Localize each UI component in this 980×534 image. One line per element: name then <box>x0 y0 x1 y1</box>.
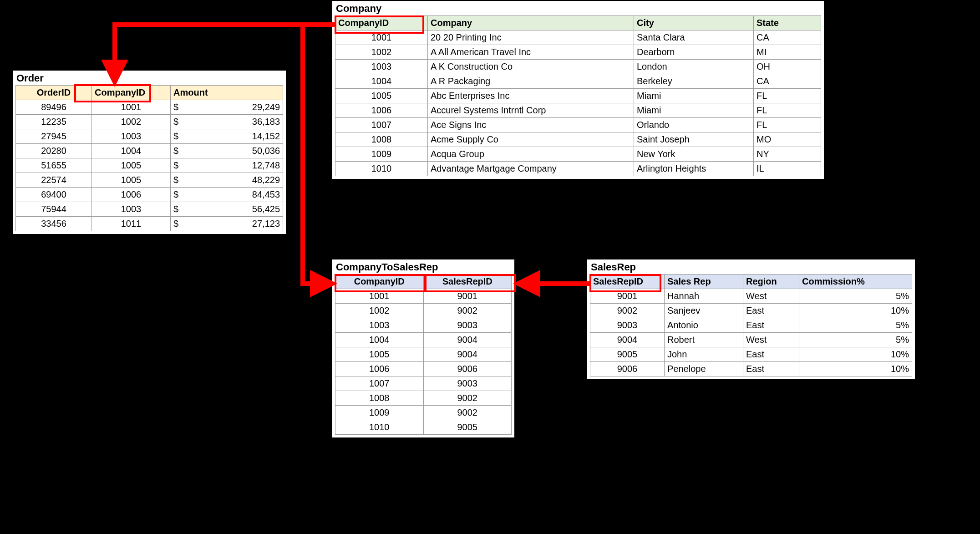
table-cell: 1006 <box>335 103 428 118</box>
table-row: 1006Accurel Systems Intrntl CorpMiamiFL <box>335 103 821 118</box>
table-cell: 1002 <box>92 115 171 129</box>
table-row: 10099002 <box>335 406 512 420</box>
table-cell: West <box>743 289 799 304</box>
salesrep-col-name: Sales Rep <box>665 275 743 289</box>
table-cell: $84,453 <box>171 188 283 202</box>
table-row: 9001HannahWest5% <box>590 289 912 304</box>
salesrep-col-commission: Commission% <box>799 275 912 289</box>
table-cell: Acme Supply Co <box>428 132 634 147</box>
company-table-card: Company CompanyID Company City State 100… <box>332 1 824 179</box>
table-cell: Arlington Heights <box>634 162 754 176</box>
table-row: 1009Acqua GroupNew YorkNY <box>335 147 821 162</box>
table-cell: OH <box>754 60 821 74</box>
company-col-companyid: CompanyID <box>335 16 428 31</box>
table-cell: 89496 <box>16 100 92 115</box>
table-cell: Orlando <box>634 118 754 132</box>
table-row: 10079003 <box>335 376 512 391</box>
table-cell: 33456 <box>16 217 92 231</box>
table-cell: 9004 <box>590 333 665 347</box>
table-cell: 27945 <box>16 129 92 144</box>
table-cell: 1007 <box>335 118 428 132</box>
table-cell: Robert <box>665 333 743 347</box>
table-row: 516551005$12,748 <box>16 158 283 173</box>
table-cell: 9002 <box>423 391 512 406</box>
table-cell: $48,229 <box>171 173 283 188</box>
table-cell: Ace Signs Inc <box>428 118 634 132</box>
table-cell: 1004 <box>335 74 428 89</box>
table-cell: 69400 <box>16 188 92 202</box>
table-cell: CA <box>754 31 821 45</box>
table-cell: 9005 <box>423 420 512 435</box>
table-cell: 1001 <box>335 289 424 304</box>
table-cell: 20 20 Printing Inc <box>428 31 634 45</box>
table-cell: Miami <box>634 89 754 103</box>
table-cell: 1006 <box>335 362 424 376</box>
table-cell: 1005 <box>92 173 171 188</box>
table-cell: Saint Joseph <box>634 132 754 147</box>
table-cell: 9002 <box>423 406 512 420</box>
table-cell: Hannah <box>665 289 743 304</box>
order-col-companyid: CompanyID <box>92 86 171 100</box>
table-cell: 1004 <box>92 144 171 158</box>
table-cell: 9003 <box>423 318 512 333</box>
table-cell: NY <box>754 147 821 162</box>
table-cell: 1006 <box>92 188 171 202</box>
c2s-table: CompanyID SalesRepID 1001900110029002100… <box>335 274 512 435</box>
table-row: 122351002$36,183 <box>16 115 283 129</box>
company-table: CompanyID Company City State 100120 20 P… <box>335 15 821 176</box>
table-row: 1007Ace Signs IncOrlandoFL <box>335 118 821 132</box>
table-cell: 51655 <box>16 158 92 173</box>
table-cell: 5% <box>799 333 912 347</box>
table-cell: 5% <box>799 289 912 304</box>
table-row: 759441003$56,425 <box>16 202 283 217</box>
table-cell: 12235 <box>16 115 92 129</box>
table-cell: 1002 <box>335 304 424 318</box>
table-cell: Miami <box>634 103 754 118</box>
table-cell: $56,425 <box>171 202 283 217</box>
table-cell: 1001 <box>92 100 171 115</box>
table-cell: 1010 <box>335 420 424 435</box>
table-cell: 9005 <box>590 347 665 362</box>
table-cell: FL <box>754 103 821 118</box>
table-row: 10059004 <box>335 347 512 362</box>
table-cell: 1003 <box>92 202 171 217</box>
table-row: 10069006 <box>335 362 512 376</box>
table-row: 202801004$50,036 <box>16 144 283 158</box>
table-row: 334561011$27,123 <box>16 217 283 231</box>
table-cell: $29,249 <box>171 100 283 115</box>
table-cell: 1007 <box>335 376 424 391</box>
table-cell: 1003 <box>335 60 428 74</box>
table-row: 1008Acme Supply CoSaint JosephMO <box>335 132 821 147</box>
table-cell: 1008 <box>335 132 428 147</box>
table-cell: 1004 <box>335 333 424 347</box>
table-cell: 1011 <box>92 217 171 231</box>
table-row: 9003AntonioEast5% <box>590 318 912 333</box>
table-row: 100120 20 Printing IncSanta ClaraCA <box>335 31 821 45</box>
table-row: 694001006$84,453 <box>16 188 283 202</box>
table-row: 10109005 <box>335 420 512 435</box>
table-row: 9006PenelopeEast10% <box>590 362 912 376</box>
table-cell: 5% <box>799 318 912 333</box>
table-cell: 1003 <box>92 129 171 144</box>
table-cell: New York <box>634 147 754 162</box>
table-cell: Acqua Group <box>428 147 634 162</box>
table-cell: 22574 <box>16 173 92 188</box>
table-row: 9005JohnEast10% <box>590 347 912 362</box>
c2s-col-companyid: CompanyID <box>335 275 424 289</box>
table-cell: West <box>743 333 799 347</box>
table-cell: Sanjeev <box>665 304 743 318</box>
table-cell: $50,036 <box>171 144 283 158</box>
salesrep-table: SalesRepID Sales Rep Region Commission% … <box>590 274 912 376</box>
table-row: 1002A All American Travel IncDearbornMI <box>335 45 821 60</box>
order-table: OrderID CompanyID Amount 894961001$29,24… <box>15 85 283 231</box>
table-cell: 9001 <box>423 289 512 304</box>
table-cell: East <box>743 318 799 333</box>
table-cell: $14,152 <box>171 129 283 144</box>
table-cell: 9003 <box>590 318 665 333</box>
table-row: 10089002 <box>335 391 512 406</box>
table-cell: 1008 <box>335 391 424 406</box>
table-row: 10019001 <box>335 289 512 304</box>
table-cell: 9001 <box>590 289 665 304</box>
table-row: 894961001$29,249 <box>16 100 283 115</box>
table-cell: A All American Travel Inc <box>428 45 634 60</box>
